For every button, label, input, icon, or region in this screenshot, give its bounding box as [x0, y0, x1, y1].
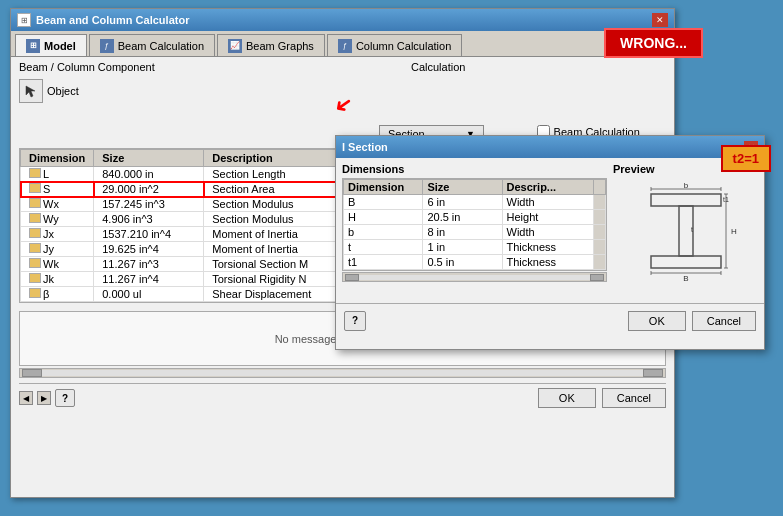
scroll-left-button[interactable]	[22, 369, 42, 377]
app-icon: ⊞	[17, 13, 31, 27]
preview-label: Preview	[613, 163, 655, 175]
dimensions-table: Dimension Size Descrip... B 6 in Width	[343, 179, 606, 270]
row-icon	[29, 288, 41, 298]
dim-scroll-header	[593, 180, 605, 195]
dialog-footer: ? OK Cancel	[336, 303, 764, 337]
beam-graphs-label: Beam Graphs	[246, 40, 314, 52]
horizontal-scrollbar[interactable]	[19, 368, 666, 378]
svg-text:B: B	[683, 274, 688, 283]
row-icon	[29, 168, 41, 178]
dialog-help-button[interactable]: ?	[344, 311, 366, 331]
tab-bar: ⊞ Model ƒ Beam Calculation 📈 Beam Graphs…	[11, 31, 674, 57]
t2-text: t2=1	[733, 151, 759, 166]
hscroll-right[interactable]	[590, 274, 604, 281]
nav-prev-button[interactable]: ◀	[19, 391, 33, 405]
window-title: Beam and Column Calculator	[36, 14, 189, 26]
window-close-button[interactable]: ✕	[652, 13, 668, 27]
dim-col-size: Size	[423, 180, 502, 195]
dialog-title-text: I Section	[342, 141, 388, 153]
dimensions-section-title: Dimensions	[342, 163, 607, 175]
section-dialog: I Section ✕ Dimensions Dimension Size De…	[335, 135, 765, 350]
dim-row-B: B 6 in Width	[344, 195, 606, 210]
beam-graphs-icon: 📈	[228, 39, 242, 53]
col-calc-label: Column Calculation	[356, 40, 451, 52]
beam-calc-label: Beam Calculation	[118, 40, 204, 52]
dim-row-H: H 20.5 in Height	[344, 210, 606, 225]
tab-model[interactable]: ⊞ Model	[15, 34, 87, 56]
ok-button[interactable]: OK	[538, 388, 596, 408]
object-selector-button[interactable]	[19, 79, 43, 103]
tab-beam-graphs[interactable]: 📈 Beam Graphs	[217, 34, 325, 56]
col-header-size: Size	[94, 150, 204, 167]
action-buttons: OK Cancel	[538, 388, 666, 408]
dim-table-hscrollbar[interactable]	[342, 272, 607, 282]
row-icon	[29, 198, 41, 208]
dim-col-dimension: Dimension	[344, 180, 423, 195]
dialog-content: Dimensions Dimension Size Descrip... B	[336, 158, 764, 303]
row-icon	[29, 228, 41, 238]
row-icon	[29, 273, 41, 283]
wrong-annotation: WRONG...	[604, 28, 703, 58]
title-bar: ⊞ Beam and Column Calculator ✕	[11, 9, 674, 31]
calculation-label: Calculation	[411, 61, 465, 73]
row-icon	[29, 258, 41, 268]
bottom-bar: ◀ ▶ ? OK Cancel	[19, 383, 666, 408]
scroll-track	[42, 370, 643, 376]
cursor-icon	[24, 84, 38, 98]
scroll-right-button[interactable]	[643, 369, 663, 377]
row-icon	[29, 243, 41, 253]
svg-marker-0	[26, 86, 35, 97]
dim-table-container: Dimension Size Descrip... B 6 in Width	[342, 178, 607, 271]
bottom-left: ◀ ▶ ?	[19, 389, 75, 407]
help-button[interactable]: ?	[55, 389, 75, 407]
hscroll-left[interactable]	[345, 274, 359, 281]
col-header-dimension: Dimension	[21, 150, 94, 167]
col-calc-icon: ƒ	[338, 39, 352, 53]
svg-text:H: H	[731, 227, 737, 236]
dialog-title-bar: I Section ✕	[336, 136, 764, 158]
t2-annotation: t2=1	[721, 145, 771, 172]
preview-section: Preview b H	[613, 163, 758, 298]
dim-col-desc: Descrip...	[502, 180, 593, 195]
beam-column-label: Beam / Column Component	[19, 61, 155, 73]
dimensions-section: Dimensions Dimension Size Descrip... B	[342, 163, 607, 298]
row-icon	[29, 183, 41, 193]
dialog-action-buttons: OK Cancel	[628, 311, 756, 331]
row-icon	[29, 213, 41, 223]
svg-rect-3	[651, 256, 721, 268]
title-bar-left: ⊞ Beam and Column Calculator	[17, 13, 189, 27]
dim-row-t: t 1 in Thickness	[344, 240, 606, 255]
svg-text:t1: t1	[723, 196, 729, 203]
dim-row-t1: t1 0.5 in Thickness	[344, 255, 606, 270]
hscroll-track	[359, 275, 590, 280]
dialog-ok-button[interactable]: OK	[628, 311, 686, 331]
dim-row-b: b 8 in Width	[344, 225, 606, 240]
ibeam-preview-svg: b H B t t1	[631, 179, 741, 289]
nav-next-button[interactable]: ▶	[37, 391, 51, 405]
svg-rect-1	[651, 194, 721, 206]
tab-beam-calculation[interactable]: ƒ Beam Calculation	[89, 34, 215, 56]
cancel-button[interactable]: Cancel	[602, 388, 666, 408]
beam-calc-icon: ƒ	[100, 39, 114, 53]
model-tab-label: Model	[44, 40, 76, 52]
svg-text:b: b	[683, 181, 688, 190]
tab-column-calculation[interactable]: ƒ Column Calculation	[327, 34, 462, 56]
svg-text:t: t	[691, 226, 693, 233]
wrong-text: WRONG...	[620, 35, 687, 51]
dialog-cancel-button[interactable]: Cancel	[692, 311, 756, 331]
model-tab-icon: ⊞	[26, 39, 40, 53]
object-label: Object	[47, 85, 79, 97]
